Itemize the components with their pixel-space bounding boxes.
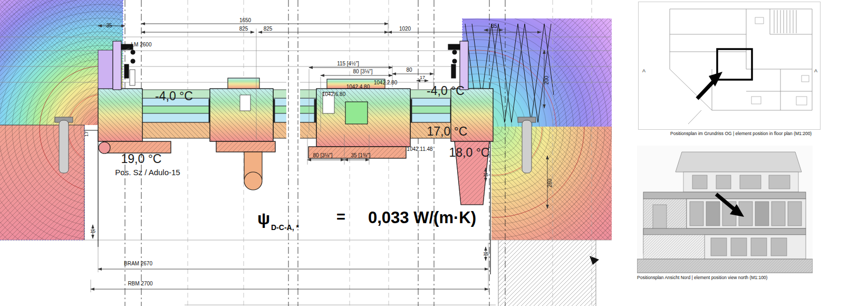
- below-grade-hatch: [498, 240, 599, 306]
- dim-1020: 1020: [399, 26, 411, 32]
- dim-200: 200: [544, 75, 549, 84]
- elevation-panel: [637, 146, 813, 274]
- lm-2600-label: LM 2600: [131, 42, 152, 47]
- dim-80-bottom: 80 [3⅛"]: [313, 152, 333, 158]
- dim-17-left: 17: [84, 131, 89, 137]
- position-label: Pos. Sz / Adulo-15: [115, 168, 180, 177]
- dim-825-left: 825: [239, 26, 248, 32]
- section-break: [286, 70, 300, 168]
- part-number-2: 1042.4.80: [346, 84, 370, 90]
- part-number-1: 1042.2.80: [374, 80, 398, 85]
- dim-35-bottom: 35 [1⅜"]: [351, 152, 371, 158]
- temp-surface-18: 18,0 °C: [449, 146, 490, 159]
- equals-sign: =: [336, 208, 345, 225]
- dim-17: 17: [420, 75, 425, 80]
- temp-surface-17: 17,0 °C: [427, 125, 468, 138]
- dim-825-right: 825: [264, 26, 273, 32]
- dim-rbm: RBM 2700: [128, 281, 153, 286]
- dim-35-right: 35: [491, 23, 497, 29]
- dim-15-right-upper: 15: [483, 172, 488, 177]
- psi-symbol: ψ: [257, 209, 270, 228]
- floor-plan-caption: Positionsplan im Grundriss OG | element …: [670, 131, 812, 136]
- temp-outside-right: -4,0 °C: [427, 84, 465, 98]
- temp-inside-19: 19,0 °C: [121, 152, 162, 166]
- dim-80: 80: [406, 67, 412, 73]
- dim-bram: BRAM 2670: [124, 261, 152, 266]
- section-marker-a-left: A: [642, 68, 645, 73]
- temp-outside-left: -4,0 °C: [155, 89, 193, 103]
- section-marker-a-right: A: [814, 68, 817, 73]
- dim-15-left: 15: [90, 228, 95, 234]
- dim-1650: 1650: [239, 17, 252, 23]
- dim-80-imperial: 80 [3⅛"]: [353, 69, 373, 74]
- frame-middle-mullion: [210, 78, 275, 190]
- elevation-caption: Positionsplan Ansicht Nord | element pos…: [637, 275, 767, 280]
- psi-subscript: D-C-A, *: [271, 223, 299, 232]
- psi-value-formula: ψ D-C-A, * = 0,033 W/(m·K): [257, 208, 476, 232]
- dim-35-left: 35: [106, 23, 112, 28]
- dim-115: 115 [4½"]: [337, 61, 359, 66]
- part-number-3: 1042.6.80: [322, 91, 346, 97]
- thermal-simulation-canvas: 35 LM 2600 1650 825 825 1020 115 [4½"] 8…: [0, 0, 612, 306]
- thermal-analysis-sheet: 35 LM 2600 1650 825 825 1020 115 [4½"] 8…: [0, 0, 868, 306]
- part-number-4: 1042.11.48: [407, 146, 433, 152]
- dim-15-right-lower: 15: [483, 251, 488, 256]
- floor-plan-panel: A A: [638, 2, 821, 130]
- psi-value: 0,033 W/(m·K): [368, 208, 476, 227]
- dim-260: 260: [547, 178, 553, 187]
